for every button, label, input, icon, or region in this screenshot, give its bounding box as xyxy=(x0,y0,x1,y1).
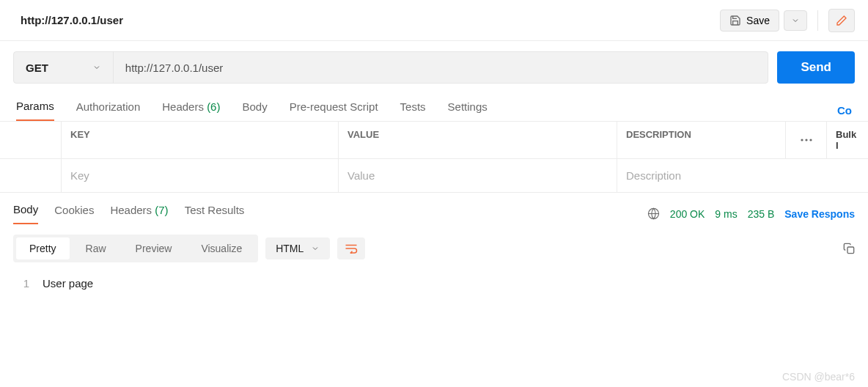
description-input[interactable]: Description xyxy=(617,159,868,192)
send-button[interactable]: Send xyxy=(777,51,855,84)
resp-tab-headers-count: (7) xyxy=(155,204,168,216)
tab-settings[interactable]: Settings xyxy=(448,100,488,120)
tab-params[interactable]: Params xyxy=(16,100,54,121)
resp-tab-cookies[interactable]: Cookies xyxy=(54,204,94,224)
svg-point-1 xyxy=(805,139,807,141)
svg-point-0 xyxy=(801,139,803,141)
chevron-down-icon xyxy=(92,63,101,72)
method-select[interactable]: GET xyxy=(14,52,114,83)
tab-headers[interactable]: Headers (6) xyxy=(162,100,220,120)
line-number: 1 xyxy=(13,277,43,290)
tab-tests[interactable]: Tests xyxy=(400,100,426,120)
request-tabs: Params Authorization Headers (6) Body Pr… xyxy=(0,88,868,121)
response-body: 1 User page xyxy=(0,273,868,294)
column-more-button[interactable] xyxy=(786,122,827,158)
table-row[interactable]: Key Value Description xyxy=(0,159,868,193)
pencil-icon xyxy=(836,15,847,26)
column-header-description: DESCRIPTION xyxy=(617,122,786,158)
request-bar: GET xyxy=(13,51,768,84)
separator xyxy=(817,10,818,31)
format-label: HTML xyxy=(276,243,304,254)
save-button-label: Save xyxy=(746,15,770,26)
response-tabs: Body Cookies Headers (7) Test Results 20… xyxy=(0,193,868,224)
line-text: User page xyxy=(43,277,93,290)
method-label: GET xyxy=(26,62,48,74)
save-icon xyxy=(729,15,741,26)
chevron-down-icon xyxy=(791,16,800,25)
watermark: CSDN @bear*6 xyxy=(782,371,855,383)
copy-icon xyxy=(843,243,855,254)
chevron-down-icon xyxy=(311,244,320,253)
wrap-lines-button[interactable] xyxy=(337,237,365,259)
value-input[interactable]: Value xyxy=(339,159,617,192)
resp-tab-body[interactable]: Body xyxy=(13,203,38,224)
view-pretty[interactable]: Pretty xyxy=(16,237,70,259)
bulk-edit-button[interactable]: Bulk I xyxy=(827,122,868,158)
tab-authorization[interactable]: Authorization xyxy=(76,100,141,120)
edit-button[interactable] xyxy=(828,9,855,32)
cookies-link[interactable]: Co xyxy=(837,104,852,117)
copy-button[interactable] xyxy=(843,243,855,254)
view-preview[interactable]: Preview xyxy=(122,237,185,259)
resp-tab-test-results[interactable]: Test Results xyxy=(185,204,245,224)
save-response-button[interactable]: Save Respons xyxy=(784,208,855,220)
globe-icon[interactable] xyxy=(647,207,660,220)
format-select[interactable]: HTML xyxy=(265,237,330,259)
response-time: 9 ms xyxy=(715,208,737,220)
resp-tab-headers[interactable]: Headers (7) xyxy=(110,204,168,224)
status-code: 200 OK xyxy=(670,208,705,220)
resp-tab-headers-label: Headers xyxy=(110,204,152,216)
column-header-value: VALUE xyxy=(339,122,617,158)
tab-body[interactable]: Body xyxy=(242,100,267,120)
svg-point-2 xyxy=(809,139,812,141)
url-input[interactable] xyxy=(114,62,768,74)
tab-prerequest[interactable]: Pre-request Script xyxy=(290,100,378,120)
tab-headers-count: (6) xyxy=(207,100,220,113)
key-input[interactable]: Key xyxy=(62,159,339,192)
svg-rect-6 xyxy=(847,247,854,254)
view-visualize[interactable]: Visualize xyxy=(188,237,255,259)
view-raw[interactable]: Raw xyxy=(73,237,119,259)
ellipsis-icon xyxy=(801,139,812,141)
save-dropdown-button[interactable] xyxy=(784,10,807,31)
request-title: http://127.0.0.1/user xyxy=(21,14,720,26)
code-line: 1 User page xyxy=(13,277,855,290)
wrap-icon xyxy=(345,243,358,254)
column-header-key: KEY xyxy=(62,122,339,158)
tab-headers-label: Headers xyxy=(162,100,204,113)
response-size: 235 B xyxy=(748,208,775,220)
view-mode-group: Pretty Raw Preview Visualize xyxy=(13,235,258,262)
save-button[interactable]: Save xyxy=(720,10,779,32)
